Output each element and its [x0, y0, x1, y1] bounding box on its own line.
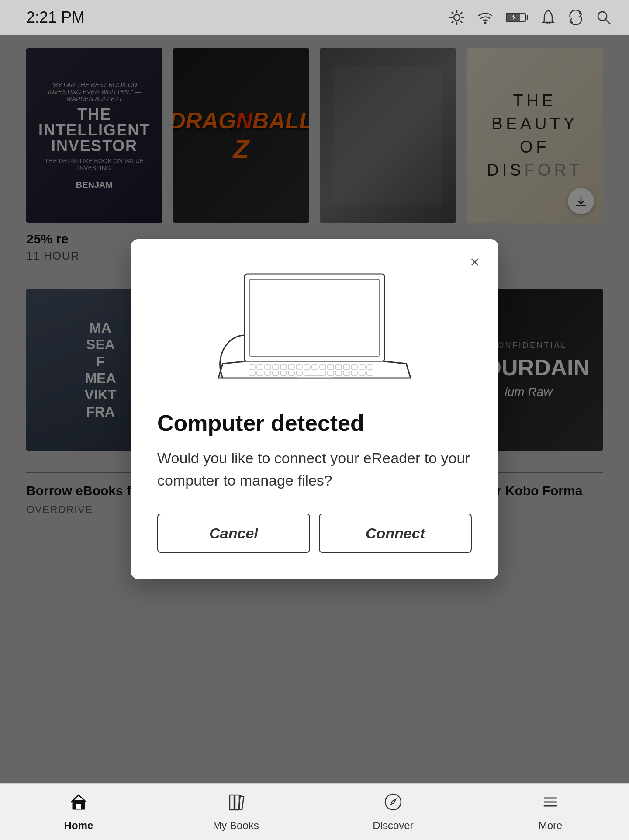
connect-button[interactable]: Connect	[319, 514, 472, 553]
wifi-icon	[477, 11, 494, 24]
status-icons	[449, 10, 612, 25]
nav-more[interactable]: More	[472, 784, 629, 840]
nav-discover-label: Discover	[373, 819, 413, 832]
nav-home-label: Home	[64, 819, 93, 832]
svg-line-5	[452, 13, 454, 14]
nav-discover[interactable]: Discover	[314, 784, 472, 840]
svg-rect-49	[76, 804, 81, 809]
modal-actions: Cancel Connect	[157, 514, 472, 553]
svg-line-13	[605, 19, 610, 24]
nav-mybooks[interactable]: My Books	[157, 784, 314, 840]
search-icon[interactable]	[596, 10, 612, 25]
bottom-nav: Home My Books Discover	[0, 783, 629, 840]
notification-icon[interactable]	[541, 10, 556, 25]
cancel-button[interactable]: Cancel	[157, 514, 310, 553]
svg-point-9	[484, 22, 487, 24]
status-time: 2:21 PM	[26, 8, 85, 27]
modal-body: Would you like to connect your eReader t…	[157, 447, 472, 492]
status-bar: 2:21 PM	[0, 0, 629, 35]
svg-point-52	[385, 794, 401, 810]
svg-rect-16	[250, 279, 379, 356]
modal-close-button[interactable]: ×	[464, 251, 486, 273]
compass-icon	[384, 792, 403, 816]
svg-point-0	[454, 14, 460, 21]
books-icon	[226, 792, 245, 816]
sync-icon[interactable]	[568, 10, 584, 25]
brightness-icon	[449, 10, 465, 25]
nav-home[interactable]: Home	[0, 784, 157, 840]
nav-more-label: More	[539, 819, 563, 832]
laptop-illustration	[157, 265, 472, 388]
svg-rect-47	[297, 377, 332, 378]
svg-line-7	[460, 13, 462, 14]
svg-line-8	[452, 21, 454, 23]
svg-line-6	[460, 21, 462, 23]
computer-detected-modal: ×	[131, 239, 498, 579]
svg-rect-50	[230, 795, 234, 810]
home-icon	[69, 792, 88, 816]
modal-overlay[interactable]: ×	[0, 35, 629, 783]
modal-title: Computer detected	[157, 410, 472, 437]
menu-icon	[541, 792, 560, 816]
nav-mybooks-label: My Books	[213, 819, 259, 832]
battery-icon	[506, 11, 529, 24]
